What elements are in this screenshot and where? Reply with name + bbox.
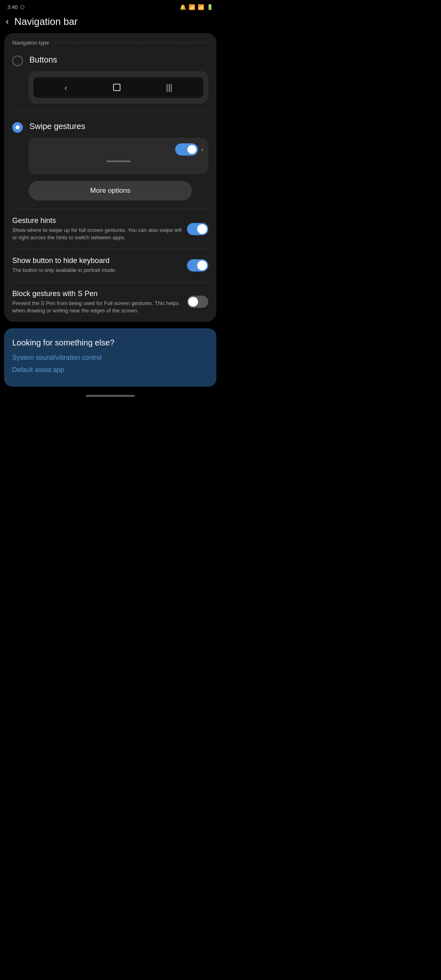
page-title: Navigation bar — [14, 16, 78, 27]
swipe-pill-toggle — [175, 143, 198, 156]
status-bar: 3:40 ⬡ 🔔 📶 📶 🔋 — [0, 0, 220, 13]
top-bar: ‹ Navigation bar — [0, 13, 220, 33]
section-title: Navigation type — [12, 40, 49, 46]
home-nav-icon — [113, 84, 120, 91]
gesture-hints-row: Gesture hints Show where to swipe up for… — [4, 209, 216, 249]
hide-keyboard-title: Show button to hide keyboard — [12, 256, 182, 265]
buttons-option[interactable]: Buttons — [4, 50, 216, 66]
section-header: Navigation type — [4, 33, 216, 50]
hide-keyboard-knob — [197, 261, 207, 270]
block-spen-title: Block gestures with S Pen — [12, 290, 182, 298]
swipe-radio[interactable] — [12, 122, 23, 133]
suggestion-card: Looking for something else? System sound… — [4, 328, 216, 387]
gesture-hints-text: Gesture hints Show where to swipe up for… — [12, 216, 182, 241]
signal-icon: 📶 — [198, 4, 204, 10]
back-nav-icon: ‹ — [65, 83, 67, 92]
more-options-container: More options — [29, 181, 192, 200]
block-spen-track[interactable] — [187, 296, 208, 308]
block-spen-desc: Prevent the S Pen from being used for Fu… — [12, 300, 182, 314]
hide-keyboard-desc: The button is only available in portrait… — [12, 267, 182, 274]
block-spen-row: Block gestures with S Pen Prevent the S … — [4, 282, 216, 322]
section-divider-dots — [55, 42, 208, 43]
suggestion-link-1[interactable]: Default assist app — [12, 366, 208, 374]
main-card: Navigation type Buttons ‹ ||| Swipe gest… — [4, 33, 216, 322]
buttons-preview-bar: ‹ ||| — [33, 77, 203, 98]
battery-icon: 🔋 — [207, 4, 213, 10]
hide-keyboard-track[interactable] — [187, 259, 208, 272]
more-options-button[interactable]: More options — [29, 181, 192, 200]
swipe-arrow-icon: ‹ — [201, 146, 203, 153]
swipe-toggle-area: ‹ — [175, 143, 203, 156]
clock: 3:40 — [7, 4, 18, 10]
gesture-hints-toggle[interactable] — [187, 223, 208, 235]
wifi-icon: 📶 — [189, 4, 195, 10]
home-indicator — [86, 395, 135, 397]
swipe-preview: ‹ — [29, 138, 208, 174]
suggestion-link-0[interactable]: System sound/vibration control — [12, 354, 208, 361]
swipe-radio-inner — [16, 125, 20, 129]
buttons-label: Buttons — [29, 55, 57, 65]
hide-keyboard-text: Show button to hide keyboard The button … — [12, 256, 182, 274]
gesture-hints-title: Gesture hints — [12, 216, 182, 225]
swipe-option[interactable]: Swipe gestures — [4, 116, 216, 133]
swipe-home-bar — [106, 160, 131, 162]
buttons-radio[interactable] — [12, 56, 23, 66]
block-spen-knob — [188, 297, 198, 307]
hide-keyboard-toggle[interactable] — [187, 259, 208, 272]
screenshot-icon: ⬡ — [20, 4, 24, 10]
hide-keyboard-row: Show button to hide keyboard The button … — [4, 249, 216, 281]
alarm-icon: 🔔 — [180, 4, 186, 10]
swipe-label: Swipe gestures — [29, 121, 85, 131]
back-button[interactable]: ‹ — [6, 16, 9, 27]
block-spen-toggle[interactable] — [187, 296, 208, 308]
gesture-hints-knob — [197, 224, 207, 234]
buttons-preview: ‹ ||| — [29, 71, 208, 104]
recents-nav-icon: ||| — [166, 83, 172, 92]
divider-1 — [12, 110, 208, 111]
block-spen-text: Block gestures with S Pen Prevent the S … — [12, 290, 182, 314]
gesture-hints-desc: Show where to swipe up for full screen g… — [12, 227, 182, 241]
gesture-hints-track[interactable] — [187, 223, 208, 235]
suggestion-title: Looking for something else? — [12, 338, 208, 347]
